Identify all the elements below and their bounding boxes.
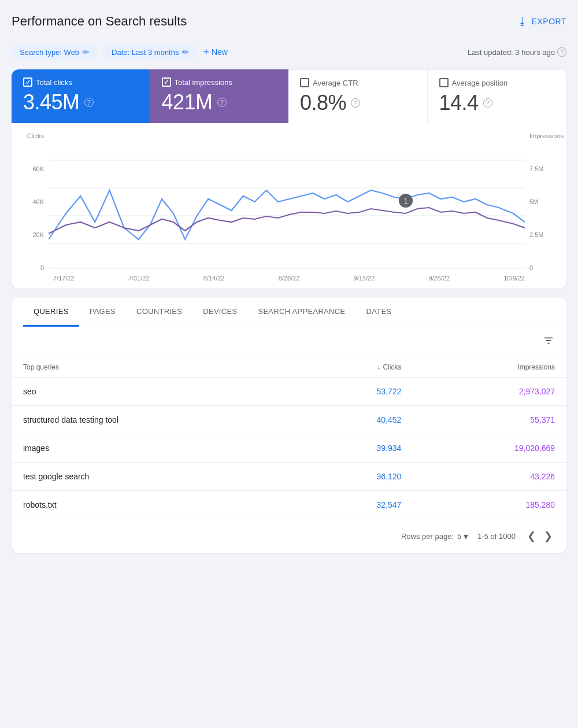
metric-average-position[interactable]: Average position 14.4 ? <box>428 69 567 123</box>
clicks-cell: 40,452 <box>298 406 413 434</box>
filter-bar: Search type: Web ✏ Date: Last 3 months ✏… <box>12 38 566 69</box>
edit-icon: ✏ <box>83 47 90 57</box>
metric-total-impressions[interactable]: Total impressions 421M ? <box>150 69 289 123</box>
y-left-20k: 20K <box>32 231 44 238</box>
plus-icon: + <box>203 46 209 58</box>
y-right-label: Impressions <box>529 132 564 139</box>
query-cell: seo <box>12 378 298 406</box>
impressions-cell: 185,280 <box>413 491 566 519</box>
y-left-label: Clicks <box>27 132 44 139</box>
impressions-cell: 55,371 <box>413 406 566 434</box>
next-page-button[interactable]: ❯ <box>542 527 555 545</box>
sort-down-icon: ↓ <box>377 363 380 371</box>
rows-per-page: Rows per page: 5 ▾ <box>401 531 468 542</box>
help-icon[interactable]: ? <box>483 98 492 108</box>
tab-search-appearance[interactable]: SEARCH APPEARANCE <box>247 298 355 327</box>
y-left-60k: 60K <box>32 165 44 172</box>
last-updated: Last updated: 3 hours ago ? <box>468 47 566 57</box>
x-axis: 7/17/22 7/31/22 8/14/22 8/28/22 9/11/22 … <box>23 271 555 282</box>
edit-icon: ✏ <box>182 47 189 57</box>
impressions-checkbox[interactable] <box>162 77 171 87</box>
performance-chart: 1 <box>49 132 525 271</box>
rows-per-page-select[interactable]: 5 ▾ <box>457 531 468 542</box>
help-icon[interactable]: ? <box>351 98 360 108</box>
clicks-cell: 39,934 <box>298 434 413 463</box>
clicks-cell: 32,547 <box>298 491 413 519</box>
tab-devices[interactable]: DEVICES <box>192 298 247 327</box>
metric-average-ctr[interactable]: Average CTR 0.8% ? <box>288 69 428 123</box>
help-icon[interactable]: ? <box>217 98 227 107</box>
tab-countries[interactable]: COUNTRIES <box>126 298 192 327</box>
query-cell: images <box>12 434 298 463</box>
pagination: Rows per page: 5 ▾ 1-5 of 1000 ❮ ❯ <box>12 519 566 553</box>
new-filter-button[interactable]: + New <box>203 46 228 58</box>
x-label-5: 9/11/22 <box>354 275 375 282</box>
x-label-3: 8/14/22 <box>203 275 225 282</box>
export-icon: ⭳ <box>517 16 528 28</box>
impressions-cell: 43,226 <box>413 463 566 491</box>
clicks-cell: 53,722 <box>298 378 413 406</box>
table-row[interactable]: seo 53,722 2,973,027 <box>12 378 566 406</box>
search-type-filter[interactable]: Search type: Web ✏ <box>12 44 98 60</box>
position-checkbox[interactable] <box>439 78 449 87</box>
y-left-0: 0 <box>40 264 44 271</box>
y-right-0: 0 <box>529 264 533 271</box>
chart-area: Clicks 60K 40K 20K 0 <box>12 123 566 289</box>
page-title: Performance on Search results <box>12 14 187 29</box>
query-cell: test google search <box>12 463 298 491</box>
y-right-5m: 5M <box>529 198 538 205</box>
clicks-cell: 36,120 <box>298 463 413 491</box>
date-filter[interactable]: Date: Last 3 months ✏ <box>103 44 197 60</box>
metrics-cards: Total clicks 3.45M ? Total impressions 4… <box>12 69 566 123</box>
x-label-7: 10/9/22 <box>503 275 525 282</box>
table-row[interactable]: structured data testing tool 40,452 55,3… <box>12 406 566 434</box>
x-label-4: 8/28/22 <box>279 275 300 282</box>
data-table: Top queries ↓ Clicks Impressions seo 53,… <box>12 357 566 519</box>
ctr-checkbox[interactable] <box>300 78 309 87</box>
metric-total-clicks[interactable]: Total clicks 3.45M ? <box>12 69 150 123</box>
col-clicks-header[interactable]: ↓ Clicks <box>298 357 413 378</box>
svg-text:1: 1 <box>404 197 408 205</box>
query-cell: structured data testing tool <box>12 406 298 434</box>
pagination-nav: ❮ ❯ <box>525 527 555 545</box>
col-impressions-header: Impressions <box>413 357 566 378</box>
y-right-7.5m: 7.5M <box>529 165 543 172</box>
tab-queries[interactable]: QUERIES <box>23 298 79 327</box>
pagination-range: 1-5 of 1000 <box>477 532 516 541</box>
x-label-1: 7/17/22 <box>53 275 75 282</box>
metrics-section: Total clicks 3.45M ? Total impressions 4… <box>12 69 566 289</box>
export-button[interactable]: ⭳ EXPORT <box>517 16 566 28</box>
y-left-40k: 40K <box>32 198 44 205</box>
tab-pages[interactable]: PAGES <box>79 298 126 327</box>
help-icon[interactable]: ? <box>557 47 566 57</box>
tabs-section: QUERIES PAGES COUNTRIES DEVICES SEARCH A… <box>12 298 566 553</box>
help-icon[interactable]: ? <box>84 98 94 107</box>
impressions-cell: 19,020,669 <box>413 434 566 463</box>
query-cell: robots.txt <box>12 491 298 519</box>
col-query-header: Top queries <box>12 357 298 378</box>
x-label-2: 7/31/22 <box>128 275 150 282</box>
y-right-2.5m: 2.5M <box>529 231 543 238</box>
clicks-checkbox[interactable] <box>23 77 32 87</box>
table-filter-button[interactable] <box>542 334 555 350</box>
table-row[interactable]: robots.txt 32,547 185,280 <box>12 491 566 519</box>
dropdown-arrow-icon: ▾ <box>464 531 468 542</box>
impressions-cell: 2,973,027 <box>413 378 566 406</box>
x-label-6: 9/25/22 <box>428 275 450 282</box>
filter-row <box>12 327 566 357</box>
tabs-bar: QUERIES PAGES COUNTRIES DEVICES SEARCH A… <box>12 298 566 327</box>
previous-page-button[interactable]: ❮ <box>525 527 538 545</box>
tab-dates[interactable]: DATES <box>355 298 402 327</box>
table-row[interactable]: images 39,934 19,020,669 <box>12 434 566 463</box>
filter-icon <box>542 334 555 347</box>
table-row[interactable]: test google search 36,120 43,226 <box>12 463 566 491</box>
